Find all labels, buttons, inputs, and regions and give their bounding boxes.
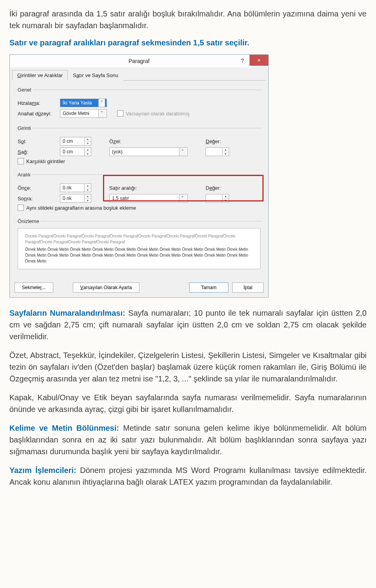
outline-combo[interactable]: Gövde Metni ˅ xyxy=(60,109,107,118)
help-button[interactable]: ? xyxy=(237,56,248,65)
preview-box: Önceki ParagrafÖnceki ParagrafÖnceki Par… xyxy=(18,228,260,269)
group-preview-legend: Önizleme xyxy=(18,218,41,224)
intro-paragraph: İki paragraf arasında da 1,5 satır aralı… xyxy=(9,8,367,31)
roman-numerals-paragraph: Özet, Abstract, Teşekkür, İçindekiler, Ç… xyxy=(9,349,367,385)
spinner-arrows: ▲▼ xyxy=(84,194,91,202)
set-default-button[interactable]: Varsayılan Olarak Ayarla xyxy=(73,282,139,293)
chevron-down-icon: ˅ xyxy=(98,99,105,107)
value-label-2: Değer: xyxy=(206,185,221,191)
dialog-tabs: Girintiler ve Aralıklar Satır ve Sayfa S… xyxy=(12,70,266,81)
word-breaking-paragraph: Kelime ve Metin Bölünmesi: Metinde satır… xyxy=(9,422,367,457)
right-spinner[interactable]: 0 cm ▲▼ xyxy=(60,147,91,156)
dialog-title: Paragraf xyxy=(128,58,150,64)
chevron-down-icon: ˅ xyxy=(179,194,186,202)
mirror-label: Karşılıklı girintiler xyxy=(26,158,65,164)
after-spinner[interactable]: 0 nk ▲▼ xyxy=(60,194,91,203)
alignment-label: Hizalama: xyxy=(18,100,57,106)
preview-ghost: Önceki ParagrafÖnceki ParagrafÖnceki Par… xyxy=(25,233,253,245)
group-preview: Önizleme Önceki ParagrafÖnceki ParagrafÖ… xyxy=(16,218,262,272)
alignment-value: İki Yana Yasla xyxy=(63,100,92,106)
group-indent-legend: Girinti xyxy=(18,125,33,131)
before-label: Önce: xyxy=(18,185,57,191)
spinner-arrows: ▲▼ xyxy=(84,184,91,192)
chevron-down-icon: ˅ xyxy=(98,110,105,117)
line-spacing-label: Satır aralığı: xyxy=(109,185,188,191)
special-combo[interactable]: (yok) ˅ xyxy=(109,147,188,156)
tab-label: Girintiler ve Aralıklar xyxy=(17,72,63,78)
preview-sample: Örnek Metin Örnek Metin Örnek Metin Örne… xyxy=(25,246,253,264)
line-spacing-combo[interactable]: 1,5 satır ˅ xyxy=(109,194,188,203)
right-label: Sağ: xyxy=(18,149,57,155)
page-numbering-paragraph: Sayfaların Numaralandırılması: Sayfa num… xyxy=(9,307,367,342)
dialog-buttons: Sekmeler... Varsayılan Olarak Ayarla Tam… xyxy=(10,279,268,297)
outline-value: Gövde Metni xyxy=(63,111,89,116)
tab-label: Satır ve Sayfa Sonu xyxy=(73,72,118,78)
value-spinner-2[interactable]: ▲▼ xyxy=(206,194,229,203)
no-space-label: Aynı stildeki paragrafların arasına boşl… xyxy=(26,205,136,211)
checkbox-box xyxy=(117,110,123,117)
tabs-button[interactable]: Sekmeler... xyxy=(14,282,53,293)
spinner-arrows: ▲▼ xyxy=(84,137,91,145)
collapsed-checkbox[interactable]: Varsayılan olarak daraltılmış xyxy=(117,110,190,117)
left-value: 0 cm xyxy=(63,138,73,144)
before-spinner[interactable]: 0 nk ▲▼ xyxy=(60,183,91,192)
before-value: 0 nk xyxy=(63,185,72,191)
alignment-combo[interactable]: İki Yana Yasla ˅ xyxy=(60,99,107,107)
chevron-down-icon: ˅ xyxy=(179,148,186,156)
checkbox-box xyxy=(18,158,24,164)
line-spacing-value: 1,5 satır xyxy=(112,196,129,201)
page-numbering-label: Sayfaların Numaralandırılması: xyxy=(9,309,125,317)
titlebar: Paragraf ? × xyxy=(10,55,268,67)
spinner-arrows: ▲▼ xyxy=(84,148,91,156)
ok-button[interactable]: Tamam xyxy=(189,282,228,293)
group-spacing-legend: Aralık xyxy=(18,172,32,178)
blue-heading: Satır ve paragraf aralıkları paragraf se… xyxy=(9,38,367,47)
paragraph-dialog: Paragraf ? × Girintiler ve Aralıklar Sat… xyxy=(9,54,269,298)
after-label: Sonra: xyxy=(18,196,57,201)
word-breaking-label: Kelime ve Metin Bölünmesi: xyxy=(9,424,119,432)
no-space-checkbox[interactable]: Aynı stildeki paragrafların arasına boşl… xyxy=(18,205,136,211)
right-value: 0 cm xyxy=(63,149,73,155)
spinner-arrows: ▲▼ xyxy=(222,194,229,202)
close-button[interactable]: × xyxy=(249,55,268,66)
outline-label: Anahat düzeyi: xyxy=(18,111,57,117)
special-label: Özel: xyxy=(109,138,188,144)
tab-indents-spacing[interactable]: Girintiler ve Aralıklar xyxy=(12,70,68,81)
value-label: Değer: xyxy=(206,138,221,144)
special-value: (yok) xyxy=(112,149,123,155)
left-spinner[interactable]: 0 cm ▲▼ xyxy=(60,137,91,146)
collapsed-label: Varsayılan olarak daraltılmış xyxy=(126,111,190,117)
mirror-indents-checkbox[interactable]: Karşılıklı girintiler xyxy=(18,158,65,164)
cover-pages-paragraph: Kapak, Kabul/Onay ve Etik beyan sayfalar… xyxy=(9,392,367,415)
value-spinner[interactable]: ▲▼ xyxy=(206,147,229,156)
left-label: Sol: xyxy=(18,138,57,144)
group-spacing: Aralık Önce: 0 nk ▲▼ Satır aralığı: Değe… xyxy=(16,172,262,215)
group-general-legend: Genel xyxy=(18,87,33,93)
cancel-button[interactable]: İptal xyxy=(232,282,264,293)
group-indent: Girinti Sol: 0 cm ▲▼ Özel: Değer: Sağ: 0… xyxy=(16,125,262,169)
close-icon: × xyxy=(257,57,260,63)
spinner-arrows: ▲▼ xyxy=(222,148,229,156)
after-value: 0 nk xyxy=(63,196,72,201)
checkbox-box xyxy=(18,205,24,211)
processors-paragraph: Yazım İşlemcileri: Dönem projesi yazımın… xyxy=(9,464,367,488)
processors-label: Yazım İşlemcileri: xyxy=(9,466,76,475)
tab-line-page-breaks[interactable]: Satır ve Sayfa Sonu xyxy=(68,70,123,81)
group-general: Genel Hizalama: İki Yana Yasla ˅ Anahat … xyxy=(16,87,262,122)
